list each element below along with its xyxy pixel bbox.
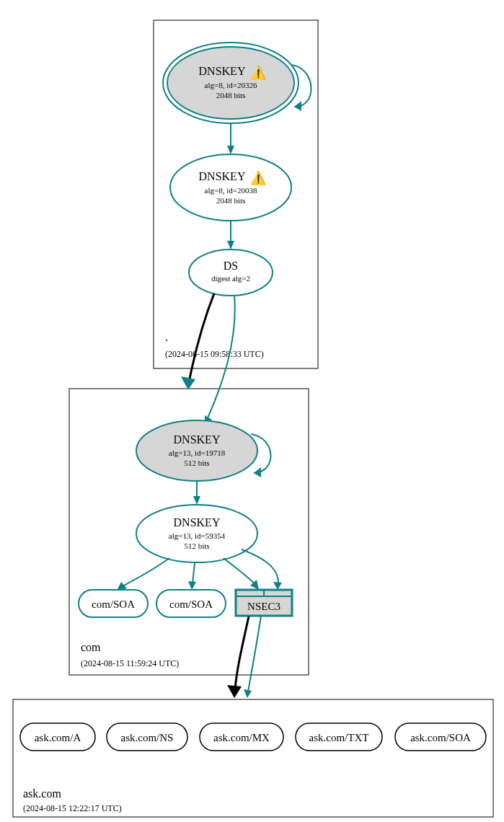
com-zsk-alg: alg=13, id=59354 — [169, 531, 226, 540]
com-ksk-bits: 512 bits — [184, 459, 209, 467]
node-ask-ns[interactable]: ask.com/NS — [107, 723, 187, 751]
edge-com-zsk-soa2 — [193, 562, 195, 584]
node-root-ksk[interactable]: DNSKEY ⚠️ alg=8, id=20326 2048 bits — [163, 43, 299, 123]
com-zsk-title: DNSKEY — [174, 516, 221, 529]
node-com-nsec3[interactable]: NSEC3 — [236, 590, 292, 616]
zone-timestamp-ask: (2024-08-15 12:22:17 UTC) — [23, 803, 122, 813]
com-ksk-title: DNSKEY — [174, 433, 221, 446]
ask-soa-title: ask.com/SOA — [410, 732, 471, 743]
node-ask-a[interactable]: ask.com/A — [20, 723, 95, 751]
node-com-ksk[interactable]: DNSKEY alg=13, id=19718 512 bits — [136, 420, 257, 481]
edge-nsec3-ask — [248, 616, 261, 692]
warning-icon: ⚠️ — [250, 170, 267, 186]
zone-timestamp-com: (2024-08-15 11:59:24 UTC) — [81, 658, 179, 668]
edge-root-to-com-delegation — [189, 293, 214, 382]
com-nsec3-title: NSEC3 — [247, 601, 280, 612]
arrowhead-com-to-ask — [227, 685, 242, 698]
root-ds-title: DS — [224, 260, 238, 272]
svg-point-5 — [189, 249, 273, 296]
arrowhead-com-zsk-nsec3b — [273, 582, 282, 590]
svg-text:DNSKEY: DNSKEY — [199, 170, 246, 182]
zone-title-root: . — [165, 331, 168, 343]
root-zsk-alg: alg=8, id=20038 — [205, 186, 257, 195]
root-ksk-bits: 2048 bits — [216, 91, 246, 100]
edge-com-zsk-nsec3b — [242, 549, 278, 585]
edge-com-zsk-soa1 — [121, 558, 169, 587]
arrowhead-root-ksk-zsk — [227, 146, 234, 154]
arrowhead-com-ksk-zsk — [193, 496, 200, 505]
warning-icon: ⚠️ — [250, 65, 267, 81]
arrowhead-root-to-com — [181, 376, 195, 389]
arrowhead-com-zsk-soa2 — [188, 581, 196, 590]
edge-com-to-ask-delegation — [235, 616, 249, 690]
root-ksk-alg: alg=8, id=20326 — [205, 81, 257, 89]
edge-com-zsk-nsec3a — [224, 558, 256, 585]
svg-text:DNSKEY: DNSKEY — [199, 65, 246, 77]
zone-box-ask — [13, 699, 493, 817]
node-com-zsk[interactable]: DNSKEY alg=13, id=59354 512 bits — [136, 505, 257, 562]
ask-ns-title: ask.com/NS — [121, 732, 174, 743]
arrowhead-com-ksk-self — [254, 467, 261, 477]
root-zsk-bits: 2048 bits — [216, 196, 246, 205]
node-com-soa-1[interactable]: com/SOA — [79, 590, 148, 617]
root-ds-alg: digest alg=2 — [211, 274, 250, 283]
ask-a-title: ask.com/A — [35, 732, 81, 743]
root-zsk-title: DNSKEY — [199, 170, 246, 182]
ask-mx-title: ask.com/MX — [213, 732, 270, 743]
zone-title-com: com — [81, 641, 101, 653]
zone-timestamp-root: (2024-08-15 09:58:33 UTC) — [165, 349, 264, 359]
zone-title-ask: ask.com — [23, 787, 61, 800]
com-soa1-title: com/SOA — [92, 598, 135, 610]
node-com-soa-2[interactable]: com/SOA — [156, 590, 226, 617]
node-ask-soa[interactable]: ask.com/SOA — [395, 723, 486, 751]
arrowhead-root-ksk-self — [294, 101, 301, 111]
com-ksk-alg: alg=13, id=19718 — [169, 448, 226, 457]
node-ask-txt[interactable]: ask.com/TXT — [296, 723, 382, 751]
arrowhead-nsec3-ask — [244, 689, 252, 698]
root-ksk-title: DNSKEY — [199, 65, 246, 77]
node-root-ds[interactable]: DS digest alg=2 — [189, 249, 273, 296]
com-zsk-bits: 512 bits — [184, 542, 209, 550]
arrowhead-root-zsk-ds — [227, 241, 234, 249]
com-soa2-title: com/SOA — [169, 598, 213, 610]
node-ask-mx[interactable]: ask.com/MX — [200, 723, 283, 751]
node-root-zsk[interactable]: DNSKEY ⚠️ alg=8, id=20038 2048 bits — [170, 154, 291, 221]
ask-txt-title: ask.com/TXT — [309, 732, 369, 743]
